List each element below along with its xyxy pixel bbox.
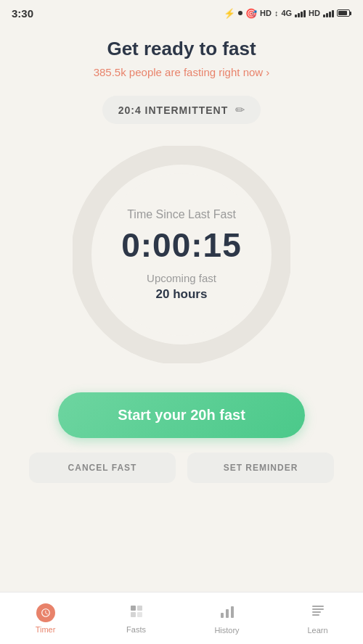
nav-label-timer: Timer [36, 625, 56, 634]
svg-rect-13 [312, 614, 319, 616]
svg-rect-3 [131, 606, 136, 611]
nav-item-learn[interactable]: Learn [272, 593, 363, 644]
svg-rect-6 [137, 612, 142, 617]
bottom-navigation: Timer Fasts History [0, 592, 363, 644]
status-icons: ⚡ 🎯 HD ↕ 4G HD [224, 8, 351, 19]
subtitle-arrow[interactable]: › [266, 66, 269, 78]
status-dot [238, 11, 242, 15]
fasts-icon [128, 603, 145, 622]
nav-label-learn: Learn [307, 626, 327, 635]
svg-rect-10 [312, 606, 324, 607]
status-wifi: 🎯 [245, 8, 257, 19]
svg-rect-4 [131, 612, 136, 617]
timer-icon-svg [41, 608, 51, 618]
timer-icon [36, 603, 55, 622]
fast-type-badge[interactable]: 20:4 INTERMITTENT ✏ [102, 96, 261, 124]
timer-value: 0:00:15 [121, 226, 242, 265]
start-fast-button[interactable]: Start your 20h fast [58, 392, 305, 438]
learn-icon [309, 603, 327, 623]
signal-bars-icon2 [323, 9, 334, 17]
status-hd2: HD [309, 9, 320, 17]
svg-rect-7 [221, 613, 224, 618]
status-bar: 3:30 ⚡ 🎯 HD ↕ 4G HD [0, 0, 363, 23]
svg-rect-8 [226, 609, 229, 618]
action-buttons-row: CANCEL FAST SET REMINDER [15, 453, 348, 483]
fast-type-label: 20:4 INTERMITTENT [118, 104, 229, 116]
status-time: 3:30 [12, 7, 33, 20]
status-icon-bolt: ⚡ [224, 8, 235, 19]
battery-icon [337, 9, 351, 17]
page-title: Get ready to fast [107, 38, 256, 60]
svg-rect-9 [231, 606, 234, 618]
status-4g: 4G [281, 9, 292, 17]
timer-label: Time Since Last Fast [127, 208, 236, 221]
nav-item-timer[interactable]: Timer [0, 593, 91, 644]
upcoming-fast-label: Upcoming fast [147, 272, 216, 284]
history-icon [219, 603, 236, 623]
nav-item-history[interactable]: History [182, 593, 272, 644]
nav-item-fasts[interactable]: Fasts [91, 593, 182, 644]
status-hd1: HD [260, 9, 272, 17]
svg-rect-5 [137, 606, 142, 611]
edit-icon[interactable]: ✏ [235, 103, 245, 117]
svg-rect-12 [312, 611, 321, 613]
status-signal-up: ↕ [274, 9, 279, 17]
svg-rect-11 [312, 608, 324, 610]
cancel-fast-button[interactable]: CANCEL FAST [29, 453, 176, 483]
set-reminder-button[interactable]: SET REMINDER [187, 453, 334, 483]
fasting-count-text: 385.5k people are fasting right now › [94, 66, 270, 78]
nav-label-fasts: Fasts [126, 625, 146, 634]
upcoming-fast-value: 20 hours [156, 287, 208, 302]
nav-label-history: History [214, 626, 239, 635]
main-content: Get ready to fast 385.5k people are fast… [0, 23, 363, 592]
timer-circle: Time Since Last Fast 0:00:15 Upcoming fa… [73, 146, 290, 363]
signal-bars-icon [295, 9, 306, 17]
timer-display: Time Since Last Fast 0:00:15 Upcoming fa… [121, 208, 242, 302]
